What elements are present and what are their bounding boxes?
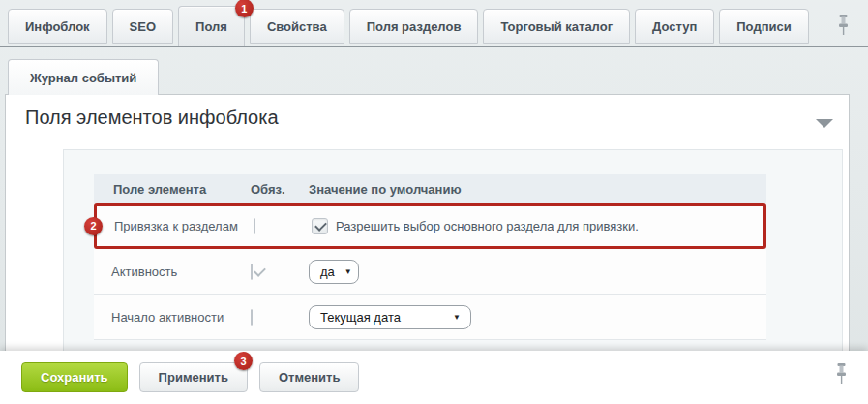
checkbox-label: Разрешить выбор основного раздела для пр… — [336, 219, 639, 233]
button-label: Применить — [159, 370, 228, 385]
cancel-button[interactable]: Отменить — [259, 362, 360, 392]
activity-start-default-select[interactable]: Текущая дата ▼ — [309, 305, 471, 329]
page-title: Поля элементов инфоблока — [25, 107, 279, 129]
tab-label: Поля — [195, 19, 227, 34]
action-bar: Сохранить Применить 3 Отменить — [0, 351, 868, 404]
activity-default-select[interactable]: да ▼ — [309, 260, 359, 284]
header-default-value: Значение по умолчанию — [309, 182, 766, 197]
collapse-arrow-icon[interactable] — [816, 119, 833, 128]
table-row: Активность да ▼ — [94, 249, 766, 295]
sub-tab-bar: Журнал событий — [8, 59, 159, 95]
row-label: Активность — [94, 264, 251, 279]
save-button[interactable]: Сохранить — [21, 362, 128, 392]
table-header-row: Поле элемента Обяз. Значение по умолчани… — [94, 174, 766, 203]
tab-section-fields[interactable]: Поля разделов — [349, 9, 479, 44]
app-window: Инфоблок SEO Поля 1 Свойства Поля раздел… — [0, 0, 868, 404]
callout-2-badge: 2 — [84, 217, 103, 235]
pin-icon[interactable] — [836, 14, 851, 40]
tab-trade-catalog[interactable]: Торговый каталог — [483, 9, 630, 44]
button-label: Отменить — [279, 370, 341, 385]
allow-main-section-checkbox[interactable] — [312, 218, 328, 234]
select-value: Текущая дата — [320, 310, 401, 325]
content-panel: Поля элементов инфоблока Поле элемента О… — [5, 94, 850, 354]
header-field: Поле элемента — [94, 182, 251, 197]
tab-seo[interactable]: SEO — [112, 9, 173, 44]
tab-label: Торговый каталог — [500, 19, 613, 34]
section-binding-required-checkbox[interactable] — [254, 218, 255, 234]
tab-label: Поля разделов — [367, 19, 462, 34]
main-tab-bar: Инфоблок SEO Поля 1 Свойства Поля раздел… — [0, 0, 868, 47]
callout-1-badge: 1 — [235, 0, 254, 17]
dropdown-arrow-icon: ▼ — [344, 267, 352, 276]
row-label: Начало активности — [94, 310, 251, 325]
button-label: Сохранить — [41, 370, 108, 385]
activity-required-checkbox — [251, 264, 253, 280]
tab-label: Доступ — [652, 19, 697, 34]
select-value: да — [320, 264, 335, 279]
tab-fields[interactable]: Поля 1 — [178, 6, 245, 46]
row-label: Привязка к разделам — [97, 219, 254, 233]
dropdown-arrow-icon: ▼ — [453, 313, 461, 322]
tab-event-log[interactable]: Журнал событий — [8, 59, 159, 95]
tab-label: Инфоблок — [25, 19, 90, 34]
activity-start-required-checkbox[interactable] — [251, 309, 253, 326]
tab-label: Журнал событий — [30, 71, 136, 85]
callout-3-badge: 3 — [234, 352, 253, 370]
tab-infoblock[interactable]: Инфоблок — [8, 9, 107, 44]
apply-button[interactable]: Применить 3 — [139, 362, 248, 392]
highlighted-row-section-binding: 2 Привязка к разделам Разрешить выбор ос… — [94, 203, 766, 249]
tab-label: Подписи — [736, 19, 791, 34]
tab-properties[interactable]: Свойства — [250, 9, 344, 44]
tab-captions[interactable]: Подписи — [719, 9, 808, 44]
fields-form-panel: Поле элемента Обяз. Значение по умолчани… — [63, 149, 843, 358]
tab-label: Свойства — [267, 19, 327, 34]
table-row: Начало активности Текущая дата ▼ — [94, 295, 766, 340]
fields-table: Поле элемента Обяз. Значение по умолчани… — [94, 174, 766, 340]
pin-icon[interactable] — [834, 362, 849, 388]
header-required: Обяз. — [251, 182, 309, 197]
tab-label: SEO — [130, 19, 156, 34]
tab-access[interactable]: Доступ — [635, 9, 714, 44]
table-row: Привязка к разделам Разрешить выбор осно… — [97, 206, 763, 246]
